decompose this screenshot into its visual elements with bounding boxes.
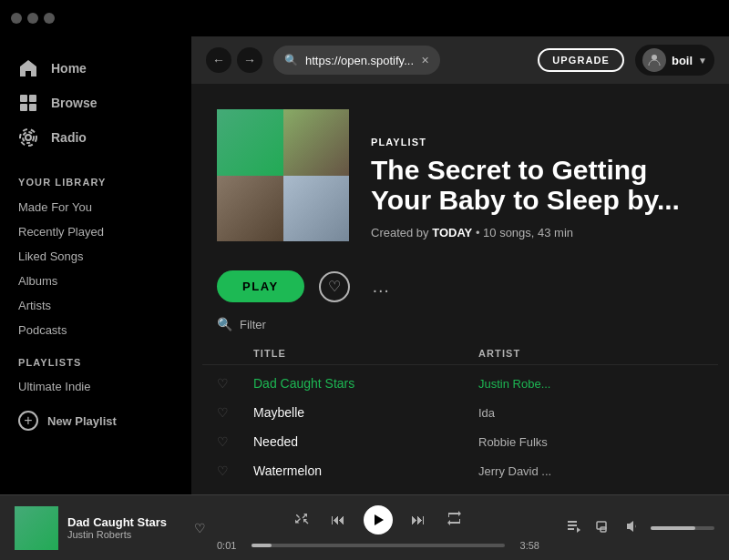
chevron-down-icon: ▼ <box>698 56 707 66</box>
more-options-button[interactable]: … <box>364 272 397 300</box>
sidebar-item-albums[interactable]: Albums <box>0 269 191 293</box>
sidebar-item-podcasts[interactable]: Podcasts <box>0 318 191 342</box>
now-playing-heart-icon[interactable]: ♡ <box>194 521 206 535</box>
cover-quad-3 <box>217 176 283 242</box>
col-artist-header: ARTIST <box>478 348 703 359</box>
time-total: 3:58 <box>512 540 539 551</box>
user-menu[interactable]: boil ▼ <box>635 45 714 76</box>
playlist-item-ultimate-indie[interactable]: Ultimate Indie <box>18 375 173 398</box>
sidebar-item-artists[interactable]: Artists <box>0 293 191 318</box>
sidebar-item-radio[interactable]: Radio <box>7 120 184 155</box>
cover-quad-1 <box>217 109 283 176</box>
meta-creator: TODAY <box>432 226 472 239</box>
previous-button[interactable]: ⏮ <box>327 508 349 532</box>
now-playing-track-title: Dad Caught Stars <box>67 515 185 529</box>
sidebar-radio-label: Radio <box>51 130 87 145</box>
browse-icon <box>18 93 38 113</box>
sidebar-browse-label: Browse <box>51 96 98 110</box>
title-bar <box>0 0 729 36</box>
like-button[interactable]: ♡ <box>319 271 350 302</box>
meta-prefix: Created by <box>371 226 432 239</box>
svg-rect-9 <box>568 524 577 526</box>
sidebar: Home Browse <box>0 36 191 494</box>
track-artist: Robbie Fulks <box>478 435 703 449</box>
filter-search-icon: 🔍 <box>217 317 232 331</box>
track-table-header: TITLE ARTIST <box>202 342 718 365</box>
radio-icon <box>18 127 38 148</box>
nav-bar: ← → 🔍 https://open.spotify... ✕ UPGRADE … <box>191 36 729 84</box>
user-name-label: boil <box>672 54 693 67</box>
queue-button[interactable] <box>563 515 585 540</box>
filter-bar: 🔍 Filter <box>202 317 718 342</box>
time-current: 0:01 <box>217 540 244 551</box>
upgrade-button[interactable]: UPGRADE <box>538 48 624 72</box>
devices-button[interactable] <box>592 515 614 540</box>
meta-info: 10 songs, 43 min <box>483 226 573 239</box>
sidebar-item-home[interactable]: Home <box>7 51 184 86</box>
url-bar[interactable]: 🔍 https://open.spotify... ✕ <box>273 46 440 75</box>
repeat-button[interactable] <box>444 507 466 533</box>
maximize-dot[interactable] <box>44 13 55 24</box>
svg-rect-10 <box>568 528 574 530</box>
cover-quad-2 <box>283 109 350 176</box>
sidebar-item-recently-played[interactable]: Recently Played <box>0 219 191 244</box>
svg-rect-8 <box>568 521 577 523</box>
svg-marker-11 <box>577 527 580 533</box>
track-row[interactable]: ♡ Maybelle Ida <box>202 398 718 427</box>
svg-rect-12 <box>597 522 606 529</box>
heart-icon[interactable]: ♡ <box>217 405 253 420</box>
volume-track[interactable] <box>651 526 714 530</box>
col-title-header: TITLE <box>253 348 478 359</box>
shuffle-button[interactable] <box>291 507 313 533</box>
nav-section: Home Browse <box>0 36 191 162</box>
track-row[interactable]: ♡ Watermelon Jerry David ... <box>202 456 718 485</box>
new-playlist-button[interactable]: + New Playlist <box>0 398 191 443</box>
cover-quad-4 <box>283 176 350 242</box>
nav-arrows: ← → <box>206 47 262 73</box>
next-button[interactable]: ⏭ <box>407 508 429 532</box>
track-row[interactable]: ♡ Dad Caught Stars Justin Robe... <box>202 369 718 398</box>
volume-button[interactable] <box>621 515 643 540</box>
meta-dot: • <box>472 226 483 239</box>
forward-button[interactable]: → <box>237 47 262 73</box>
minimize-dot[interactable] <box>27 13 38 24</box>
heart-icon[interactable]: ♡ <box>217 376 253 391</box>
sidebar-item-liked-songs[interactable]: Liked Songs <box>0 244 191 269</box>
back-button[interactable]: ← <box>206 47 231 73</box>
play-pause-button[interactable] <box>364 505 393 535</box>
playlist-info: PLAYLIST The Secret to Getting Your Baby… <box>371 109 703 239</box>
filter-label: Filter <box>240 318 266 331</box>
track-artist: Ida <box>478 406 703 420</box>
track-artist: Jerry David ... <box>478 464 703 478</box>
library-section-label: YOUR LIBRARY <box>0 162 191 195</box>
sidebar-home-label: Home <box>51 61 87 76</box>
playlist-controls: PLAY ♡ … <box>191 260 729 317</box>
svg-rect-1 <box>29 95 36 102</box>
playlist-type-label: PLAYLIST <box>371 137 703 148</box>
home-icon <box>18 58 38 78</box>
track-row[interactable]: ♡ Needed Robbie Fulks <box>202 427 718 456</box>
close-dot[interactable] <box>11 13 22 24</box>
track-title: Dad Caught Stars <box>253 376 478 391</box>
now-playing-track-artist: Justin Roberts <box>67 529 185 540</box>
svg-point-5 <box>23 132 34 143</box>
plus-circle-icon: + <box>18 411 38 431</box>
sidebar-item-browse[interactable]: Browse <box>7 86 184 120</box>
player-right-controls <box>550 515 714 540</box>
svg-rect-2 <box>20 104 27 111</box>
playlists-list: Ultimate Indie <box>0 375 191 398</box>
heart-icon[interactable]: ♡ <box>217 434 253 449</box>
sidebar-item-made-for-you[interactable]: Made For You <box>0 195 191 219</box>
heart-icon[interactable]: ♡ <box>217 463 253 478</box>
progress-fill <box>252 544 272 547</box>
progress-track[interactable] <box>252 544 505 547</box>
track-list-area: 🔍 Filter TITLE ARTIST ♡ Dad Caught Stars… <box>191 317 729 494</box>
svg-rect-3 <box>29 104 36 111</box>
track-row[interactable]: ♡ Go Leave Ariel Panack... <box>202 485 718 494</box>
playlist-meta: Created by TODAY • 10 songs, 43 min <box>371 226 703 239</box>
url-clear-icon[interactable]: ✕ <box>421 55 429 66</box>
svg-point-4 <box>26 135 31 140</box>
main-layout: Home Browse <box>0 36 729 494</box>
play-button[interactable]: PLAY <box>217 270 304 302</box>
search-icon: 🔍 <box>284 54 298 66</box>
